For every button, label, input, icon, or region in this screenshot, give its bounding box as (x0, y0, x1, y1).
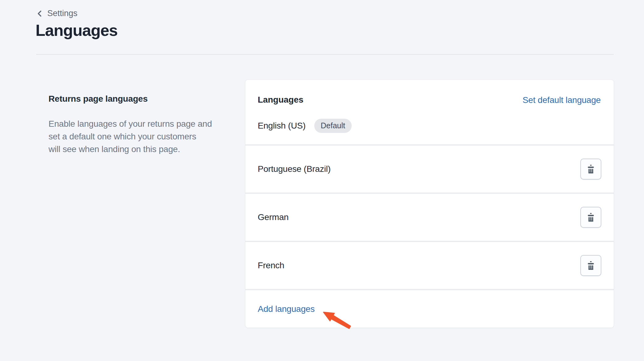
languages-card-header: Languages Set default language English (… (245, 80, 614, 144)
language-name: Portuguese (Brazil) (258, 164, 331, 174)
back-to-settings-link[interactable]: Settings (36, 9, 78, 18)
language-row: French (245, 242, 614, 289)
delete-language-button[interactable] (580, 207, 601, 228)
language-row: German (245, 194, 614, 241)
default-language-row: English (US) Default (258, 119, 352, 132)
card-title: Languages (258, 95, 303, 105)
section-heading: Returns page languages (49, 94, 148, 104)
language-name: French (258, 261, 284, 270)
section-description: Enable languages of your returns page an… (49, 117, 240, 155)
delete-language-button[interactable] (580, 159, 601, 180)
language-name: English (US) (258, 121, 306, 131)
page-title: Languages (36, 21, 118, 40)
set-default-language-link[interactable]: Set default language (523, 95, 601, 105)
language-name: German (258, 212, 289, 222)
trash-icon (585, 260, 596, 271)
add-languages-link[interactable]: Add languages (258, 304, 315, 314)
card-footer: Add languages (245, 290, 614, 328)
language-row: Portuguese (Brazil) (245, 146, 614, 193)
languages-card: Languages Set default language English (… (245, 79, 614, 328)
trash-icon (585, 212, 596, 223)
back-link-label: Settings (47, 9, 78, 18)
default-badge: Default (314, 119, 352, 133)
delete-language-button[interactable] (580, 255, 601, 276)
title-divider (36, 54, 614, 55)
trash-icon (585, 164, 596, 175)
chevron-left-icon (36, 10, 44, 17)
